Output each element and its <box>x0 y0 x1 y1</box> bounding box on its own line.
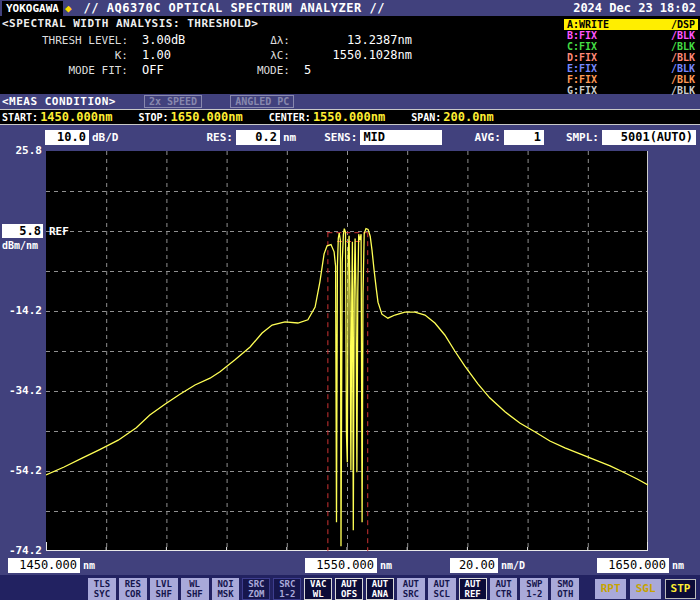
osa-screen: YOKOGAWA ◆ // AQ6370C OPTICAL SPECTRUM A… <box>0 0 700 600</box>
result-label: MODE: <box>232 63 290 78</box>
softkey-src-1-2[interactable]: SRC1-2 <box>273 578 301 600</box>
res-unit: nm <box>283 131 296 144</box>
softkey-aut-ctr[interactable]: AUTCTR <box>490 578 518 600</box>
softkey-tls-syc[interactable]: TLSSYC <box>88 578 116 600</box>
res-field[interactable]: 0.2 <box>236 130 280 145</box>
range-value[interactable]: 1450.000nm <box>40 110 112 124</box>
meas-condition-row: <MEAS CONDITION> 2x SPEEDANGLED PC <box>0 94 700 109</box>
smpl-label: SMPL: <box>566 131 599 144</box>
trace-row[interactable]: B:FIX/BLK <box>564 30 698 41</box>
range-label: START: <box>2 112 38 123</box>
sweep-stp-button[interactable]: STP <box>665 579 696 599</box>
softkey-line1: LVL <box>151 579 177 589</box>
trace-row[interactable]: F:FIX/BLK <box>564 74 698 85</box>
start-wl-field[interactable]: 1450.000 <box>8 558 80 573</box>
softkey-line2: OTH <box>552 589 578 599</box>
param-value[interactable]: 3.00dB <box>142 33 185 48</box>
softkey-line2: SYC <box>89 589 115 599</box>
analysis-results: Δλ:13.2387nmλC:1550.1028nmMODE:5 <box>232 33 412 78</box>
result-label: Δλ: <box>232 33 290 48</box>
softkey-toolbar: TLSSYCRESCORLVLSHFWLSHFNOIMSKSRCZOMSRC1-… <box>0 575 700 600</box>
softkey-noi-msk[interactable]: NOIMSK <box>212 578 240 600</box>
softkey-line2: CTR <box>491 589 517 599</box>
param-value[interactable]: 1.00 <box>142 48 171 63</box>
brand-diamond-icon: ◆ <box>65 2 72 15</box>
softkey-line2: 1-2 <box>274 589 300 599</box>
trace-display-mode: /BLK <box>671 52 695 63</box>
softkey-lvl-shf[interactable]: LVLSHF <box>150 578 178 600</box>
trace-name: G:FIX <box>567 85 597 96</box>
sweep-sgl-button[interactable]: SGL <box>630 579 661 599</box>
range-field: SPAN:200.0nm <box>411 110 494 124</box>
softkey-line2: SHF <box>182 589 208 599</box>
trace-name: F:FIX <box>567 74 597 85</box>
softkey-vac-wl[interactable]: VACWL <box>304 578 332 600</box>
range-label: CENTER: <box>269 112 311 123</box>
analysis-param-row: K:1.00 <box>0 48 230 63</box>
softkey-line1: SWP <box>521 579 547 589</box>
range-value[interactable]: 1650.000nm <box>170 110 242 124</box>
softkey-aut-ofs[interactable]: AUTOFS <box>335 578 363 600</box>
softkey-swp-1-2[interactable]: SWP1-2 <box>520 578 548 600</box>
softkey-line1: WL <box>182 579 208 589</box>
softkey-line1: AUT <box>398 579 424 589</box>
stop-wl-field[interactable]: 1650.000 <box>597 558 669 573</box>
x-start-item: 1450.000 nm <box>8 558 95 573</box>
result-value: 5 <box>290 63 412 78</box>
trace-row[interactable]: A:WRITE/DSP <box>564 19 698 30</box>
trace-row[interactable]: E:FIX/BLK <box>564 63 698 74</box>
y-axis-tick-label: -74.2 <box>0 544 42 557</box>
sweep-rpt-button[interactable]: RPT <box>595 579 626 599</box>
app-title: // AQ6370C OPTICAL SPECTRUM ANALYZER // <box>84 1 385 15</box>
softkey-line1: AUT <box>336 579 362 589</box>
range-value[interactable]: 200.0nm <box>443 110 494 124</box>
softkey-aut-src[interactable]: AUTSRC <box>397 578 425 600</box>
x-center-item: 1550.000 nm <box>305 558 392 573</box>
param-value[interactable]: OFF <box>142 63 164 78</box>
ref-level-field[interactable]: 5.8 <box>2 224 43 238</box>
softkey-line1: AUT <box>491 579 517 589</box>
softkey-line1: NOI <box>213 579 239 589</box>
range-value[interactable]: 1550.000nm <box>313 110 385 124</box>
avg-field[interactable]: 1 <box>504 130 544 145</box>
datetime: 2024 Dec 23 18:02 <box>573 1 700 15</box>
ref-line-label: REF <box>49 225 69 238</box>
result-label: λC: <box>232 48 290 63</box>
level-scale-unit: dB/D <box>92 131 119 144</box>
trace-row[interactable]: D:FIX/BLK <box>564 52 698 63</box>
y-axis-unit: dBm/nm <box>2 240 38 251</box>
softkey-wl-shf[interactable]: WLSHF <box>181 578 209 600</box>
softkey-line1: TLS <box>89 579 115 589</box>
trace-name: B:FIX <box>567 30 597 41</box>
param-label: THRESH LEVEL: <box>0 33 128 48</box>
softkey-line2: SHF <box>151 589 177 599</box>
sens-label: SENS: <box>324 131 357 144</box>
trace-name: A:WRITE <box>567 19 609 30</box>
range-field: START:1450.000nm <box>2 110 112 124</box>
softkey-line1: AUT <box>429 579 455 589</box>
softkey-line1: SMO <box>552 579 578 589</box>
trace-row[interactable]: G:FIX/BLK <box>564 85 698 96</box>
softkey-aut-scl[interactable]: AUTSCL <box>428 578 456 600</box>
trace-display-mode: /BLK <box>671 30 695 41</box>
sens-field[interactable]: MID <box>360 130 442 145</box>
analysis-result-row: λC:1550.1028nm <box>232 48 412 63</box>
trace-display-mode: /BLK <box>671 41 695 52</box>
level-scale-field[interactable]: 10.0 <box>45 130 89 145</box>
center-wl-field[interactable]: 1550.000 <box>305 558 377 573</box>
analysis-param-row: MODE FIT:OFF <box>0 63 230 78</box>
trace-display-mode: /BLK <box>671 63 695 74</box>
x-scale-field[interactable]: 20.00 <box>450 558 498 573</box>
softkey-line2: WL <box>305 589 331 599</box>
wavelength-range-strip: START:1450.000nmSTOP:1650.000nmCENTER:15… <box>0 109 700 125</box>
trace-row[interactable]: C:FIX/BLK <box>564 41 698 52</box>
analysis-result-row: MODE:5 <box>232 63 412 78</box>
softkey-res-cor[interactable]: RESCOR <box>119 578 147 600</box>
meas-badges: 2x SPEEDANGLED PC <box>116 95 294 108</box>
softkey-smo-oth[interactable]: SMOOTH <box>551 578 579 600</box>
softkey-src-zom[interactable]: SRCZOM <box>242 578 270 600</box>
smpl-field[interactable]: 5001(AUTO) <box>602 130 696 145</box>
softkey-aut-ref[interactable]: AUTREF <box>459 578 487 600</box>
y-axis-tick-label: -54.2 <box>0 464 42 477</box>
softkey-aut-ana[interactable]: AUTANA <box>366 578 394 600</box>
